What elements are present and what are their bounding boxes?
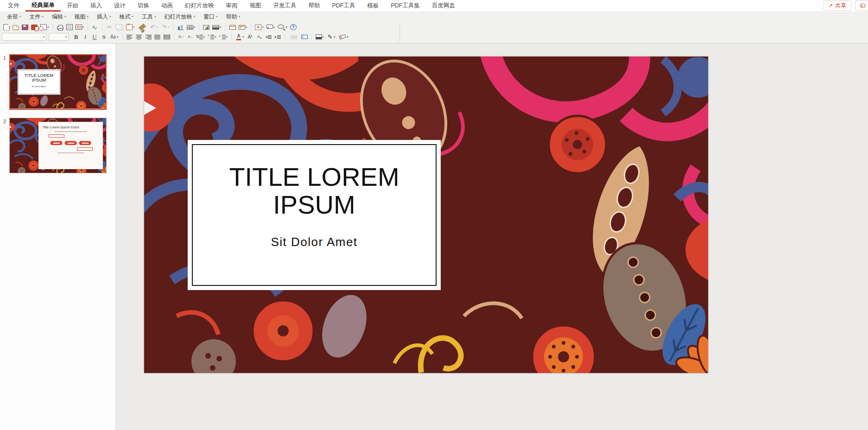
menu-label: 格式 [120, 13, 131, 21]
align-center-icon [136, 34, 142, 39]
spellcheck-button[interactable] [90, 23, 100, 32]
callout-button[interactable]: ▾ [265, 23, 277, 32]
open-file-button[interactable] [11, 23, 20, 32]
ribbon-tab[interactable]: 设计 [108, 0, 132, 12]
menu-item[interactable]: 编辑▾ [48, 13, 70, 21]
slide-background-button[interactable]: ▾ [211, 23, 223, 32]
ribbon-tab[interactable]: 模板 [361, 0, 385, 12]
ribbon-tab[interactable]: 文件 [2, 0, 25, 12]
page-setup-button[interactable]: ▾ [74, 23, 86, 32]
font-color-button[interactable]: ▾ [234, 32, 246, 42]
print-button[interactable] [56, 23, 65, 32]
eraser-button[interactable]: ▾ [337, 32, 350, 42]
slide-title[interactable]: TITLE LOREM IPSUM [188, 163, 441, 219]
increase-font-size-button[interactable] [246, 32, 255, 42]
cut-button[interactable]: ✂ [105, 23, 114, 32]
align-center-button[interactable] [134, 32, 144, 42]
shadow-style-button[interactable] [288, 32, 300, 42]
slide-subtitle[interactable]: Sit Dolor Amet [188, 235, 441, 249]
slide-1-canvas[interactable]: TITLE LOREM IPSUM Sit Dolor Amet [144, 57, 708, 373]
vertical-text-button[interactable] [186, 32, 195, 42]
dropdown-caret-icon: ▾ [47, 25, 49, 29]
ribbon-tab[interactable]: 经典菜单 [25, 0, 61, 12]
menu-item[interactable]: 全部▾ [3, 13, 25, 21]
photo-album-button[interactable] [202, 23, 211, 32]
ribbon-tab[interactable]: 帮助 [303, 0, 326, 12]
menu-item[interactable]: 帮助▾ [222, 13, 245, 21]
align-right-button[interactable] [144, 32, 153, 42]
align-left-button[interactable] [125, 32, 134, 42]
line-spacing-button[interactable]: ▾ [195, 32, 207, 42]
text-box-button[interactable]: ▾ [253, 23, 265, 32]
fill-color-button[interactable]: ▾ [314, 32, 326, 42]
ribbon-tab[interactable]: 开始 [61, 0, 84, 12]
ribbon-tab[interactable]: PDF工具 [326, 0, 361, 12]
slide-layout-button[interactable]: ▾ [237, 23, 249, 32]
menu-item[interactable]: 文件▾ [25, 13, 48, 21]
comment-button[interactable]: 批注 [855, 0, 868, 11]
export-pdf-button[interactable]: ▾ [39, 23, 51, 32]
ribbon-tab[interactable]: 切换 [132, 0, 155, 12]
increase-indent-button[interactable] [273, 32, 283, 42]
toolbar-separator [231, 33, 232, 41]
save-as-button[interactable] [30, 23, 39, 32]
insert-table-button[interactable]: ▾ [185, 23, 197, 32]
paste-button[interactable]: ▾ [125, 23, 136, 32]
redo-button[interactable]: ↷▾ [159, 23, 171, 32]
strikethrough-button[interactable]: S [99, 32, 108, 42]
copy-button[interactable] [114, 23, 125, 32]
menu-label: 帮助 [226, 13, 237, 21]
menu-item[interactable]: 插入▾ [93, 13, 115, 21]
ribbon-tab[interactable]: 幻灯片放映 [179, 0, 220, 12]
menu-item[interactable]: 幻灯片放映▾ [160, 13, 200, 21]
font-size-combo[interactable]: ▾ [49, 33, 69, 41]
font-family-combo[interactable]: ▾ [2, 33, 46, 41]
decrease-indent-button[interactable] [264, 32, 273, 42]
eraser-icon [339, 34, 346, 39]
ribbon-tab[interactable]: 审阅 [220, 0, 244, 12]
bullet-list-button[interactable]: ▾ [218, 32, 229, 42]
find-icon [278, 25, 284, 29]
chevron-down-icon: ▾ [194, 15, 196, 19]
format-painter-button[interactable] [136, 23, 148, 32]
decrease-font-size-button[interactable] [255, 32, 264, 42]
undo-button[interactable]: ↶▾ [148, 23, 160, 32]
ribbon-tab[interactable]: 插入 [84, 0, 108, 12]
slide-2-content-box: Title Lorem Ipsum Dolor [38, 122, 102, 169]
distribute-text-button[interactable] [162, 32, 171, 42]
toolbars: ▾▾✂▾↶▾↷▾▾▾▾▾▾▾ ▾▾BIUSAa▾▾▾▾▾▾✎▾▾ [0, 21, 868, 44]
insert-chart-button[interactable] [176, 23, 185, 32]
bold-button[interactable]: B [71, 32, 81, 42]
menu-item[interactable]: 工具▾ [138, 13, 160, 21]
new-document-button[interactable] [2, 23, 11, 32]
justify-button[interactable] [153, 32, 162, 42]
text-direction-button[interactable] [177, 32, 186, 42]
slide-1-thumbnail[interactable]: TITLE LOREM IPSUM Sit Dolor Amet [9, 54, 107, 110]
underline-button[interactable]: U [90, 32, 99, 42]
slide-2-thumbnail[interactable]: Title Lorem Ipsum Dolor [9, 118, 107, 173]
insert-textbox-button[interactable] [300, 32, 309, 42]
dropdown-caret-icon: ▾ [246, 25, 247, 29]
share-button[interactable]: ↗ 共享 [824, 0, 851, 11]
ribbon-tab[interactable]: 动画 [155, 0, 179, 12]
find-button[interactable]: ▾ [276, 23, 289, 32]
numbered-list-button[interactable]: ▾ [206, 32, 218, 42]
save-button[interactable] [20, 23, 30, 32]
dropdown-caret-icon: ▾ [203, 35, 205, 39]
change-case-button[interactable]: Aa▾ [108, 32, 120, 42]
menu-item[interactable]: 格式▾ [115, 13, 138, 21]
ribbon-tab[interactable]: 视图 [244, 0, 267, 12]
title-placeholder[interactable]: TITLE LOREM IPSUM Sit Dolor Amet [188, 140, 441, 290]
italic-button[interactable]: I [81, 32, 90, 42]
ribbon-tab[interactable]: PDF工具集 [385, 0, 426, 12]
new-slide-button[interactable] [228, 23, 237, 32]
line-color-button[interactable]: ✎▾ [325, 32, 337, 42]
menu-label: 工具 [142, 13, 153, 21]
dropdown-caret-icon: ▾ [215, 35, 216, 39]
ribbon-tab[interactable]: 百度网盘 [426, 0, 461, 12]
menu-item[interactable]: 窗口▾ [199, 13, 222, 21]
ribbon-tab[interactable]: 开发工具 [267, 0, 303, 12]
print-preview-button[interactable] [65, 23, 74, 32]
menu-item[interactable]: 视图▾ [70, 13, 93, 21]
help-button[interactable] [289, 23, 298, 32]
